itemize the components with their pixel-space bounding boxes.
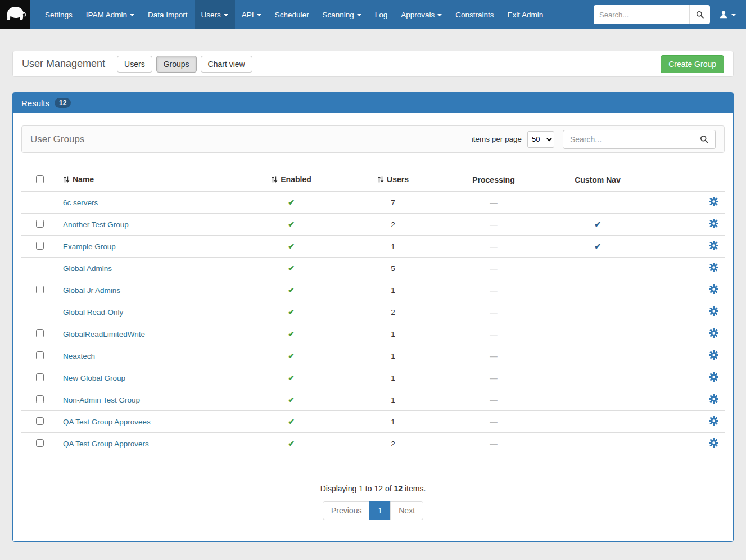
cell-actions [652, 258, 725, 279]
table-row: Non-Admin Test Group ✔ 1 — [21, 389, 725, 411]
cell-actions [652, 191, 725, 214]
view-tabs: UsersGroupsChart view [117, 56, 252, 73]
enabled-check-icon: ✔ [288, 417, 295, 426]
column-header-name[interactable]: Name [58, 169, 241, 191]
pagination-previous[interactable]: Previous [323, 501, 370, 520]
gear-icon[interactable] [709, 284, 718, 296]
navbar-search-button[interactable] [689, 5, 710, 24]
search-icon [700, 135, 708, 143]
group-name-link[interactable]: QA Test Group Approvees [63, 418, 151, 426]
group-name-link[interactable]: Example Group [63, 242, 116, 251]
cell-actions [652, 279, 725, 301]
create-group-button[interactable]: Create Group [661, 55, 724, 73]
cell-name: Non-Admin Test Group [58, 389, 241, 411]
nav-item-scanning[interactable]: Scanning [315, 0, 368, 29]
cell-processing: — [444, 191, 543, 214]
cell-custom-nav [543, 323, 652, 345]
navbar-search-input[interactable] [594, 5, 689, 24]
gear-icon[interactable] [709, 416, 718, 427]
gear-icon[interactable] [709, 394, 718, 405]
nav-item-approvals[interactable]: Approvals [394, 0, 449, 29]
enabled-check-icon: ✔ [288, 439, 295, 448]
cell-custom-nav: ✔ [543, 236, 652, 258]
cell-name: Global Jr Admins [58, 279, 241, 301]
cell-actions [652, 301, 725, 323]
enabled-check-icon: ✔ [288, 395, 295, 404]
table-row: QA Test Group Approvers ✔ 2 — [21, 433, 725, 455]
gear-icon[interactable] [709, 219, 718, 230]
nav-item-api[interactable]: API [235, 0, 268, 29]
row-checkbox[interactable] [36, 351, 44, 359]
nav-item-settings[interactable]: Settings [38, 0, 79, 29]
cell-enabled: ✔ [241, 389, 342, 411]
nav-item-constraints[interactable]: Constraints [449, 0, 500, 29]
gear-icon[interactable] [709, 263, 718, 274]
table-search-input[interactable] [563, 130, 693, 149]
group-name-link[interactable]: Neaxtech [63, 352, 95, 360]
nav-menu: Settings IPAM Admin Data Import Users AP… [38, 0, 550, 29]
row-checkbox[interactable] [36, 329, 44, 337]
nav-item-label: API [242, 11, 254, 19]
nav-item-log[interactable]: Log [368, 0, 395, 29]
gear-icon[interactable] [709, 197, 718, 208]
pagination: Previous 1 Next [21, 501, 725, 520]
group-name-link[interactable]: Non-Admin Test Group [63, 396, 140, 404]
gear-icon[interactable] [709, 438, 718, 449]
enabled-check-icon: ✔ [288, 329, 295, 338]
table-search-button[interactable] [693, 130, 716, 149]
group-name-link[interactable]: 6c servers [63, 198, 98, 207]
group-name-link[interactable]: Another Test Group [63, 220, 129, 229]
row-checkbox[interactable] [36, 242, 44, 250]
row-checkbox[interactable] [36, 395, 44, 403]
group-name-link[interactable]: QA Test Group Approvers [63, 440, 149, 448]
column-header-enabled[interactable]: Enabled [241, 169, 342, 191]
nav-item-data-import[interactable]: Data Import [141, 0, 195, 29]
enabled-check-icon: ✔ [288, 220, 295, 229]
row-checkbox[interactable] [36, 286, 44, 293]
column-header-users[interactable]: Users [342, 169, 444, 191]
items-per-page-select[interactable]: 50 [527, 131, 554, 148]
enabled-check-icon: ✔ [288, 373, 295, 382]
user-menu[interactable] [710, 10, 740, 19]
select-all-checkbox[interactable] [36, 175, 44, 183]
cell-users: 1 [342, 323, 444, 345]
gear-icon[interactable] [709, 328, 718, 340]
row-checkbox[interactable] [36, 373, 44, 381]
pagination-next[interactable]: Next [390, 501, 423, 520]
cell-name: Another Test Group [58, 214, 241, 236]
gear-icon[interactable] [709, 241, 718, 252]
cell-actions [652, 367, 725, 389]
group-name-link[interactable]: Global Admins [63, 264, 112, 273]
gear-icon[interactable] [709, 350, 718, 362]
group-name-link[interactable]: New Global Group [63, 374, 125, 382]
nav-item-users[interactable]: Users [195, 0, 235, 29]
nav-item-ipam-admin[interactable]: IPAM Admin [79, 0, 141, 29]
cell-processing: — [444, 236, 543, 258]
group-name-link[interactable]: Global Read-Only [63, 308, 123, 317]
nav-item-scheduler[interactable]: Scheduler [268, 0, 316, 29]
row-checkbox[interactable] [36, 439, 44, 447]
group-name-link[interactable]: GlobalReadLimitedWrite [63, 330, 145, 338]
pagination-page-1[interactable]: 1 [369, 501, 391, 520]
group-name-link[interactable]: Global Jr Admins [63, 286, 120, 295]
caret-down-icon [357, 14, 361, 16]
tab-chart-view[interactable]: Chart view [201, 56, 252, 73]
nav-item-exit-admin[interactable]: Exit Admin [501, 0, 550, 29]
column-label-name: Name [73, 175, 94, 184]
results-panel-header: Results 12 [13, 93, 733, 113]
gear-icon[interactable] [709, 306, 718, 318]
column-label-enabled: Enabled [281, 175, 311, 184]
table-search [563, 130, 716, 149]
caret-down-icon [224, 14, 228, 16]
row-checkbox[interactable] [36, 220, 44, 228]
row-checkbox[interactable] [36, 417, 44, 425]
nav-right [594, 0, 746, 29]
gear-icon[interactable] [709, 372, 718, 383]
table-row: GlobalReadLimitedWrite ✔ 1 — [21, 323, 725, 345]
tab-groups[interactable]: Groups [156, 56, 197, 73]
caret-down-icon [130, 14, 134, 16]
tab-users[interactable]: Users [117, 56, 152, 73]
sort-icon [271, 175, 278, 185]
results-panel-body: User Groups items per page 50 [13, 113, 733, 541]
app-logo[interactable] [0, 0, 30, 29]
